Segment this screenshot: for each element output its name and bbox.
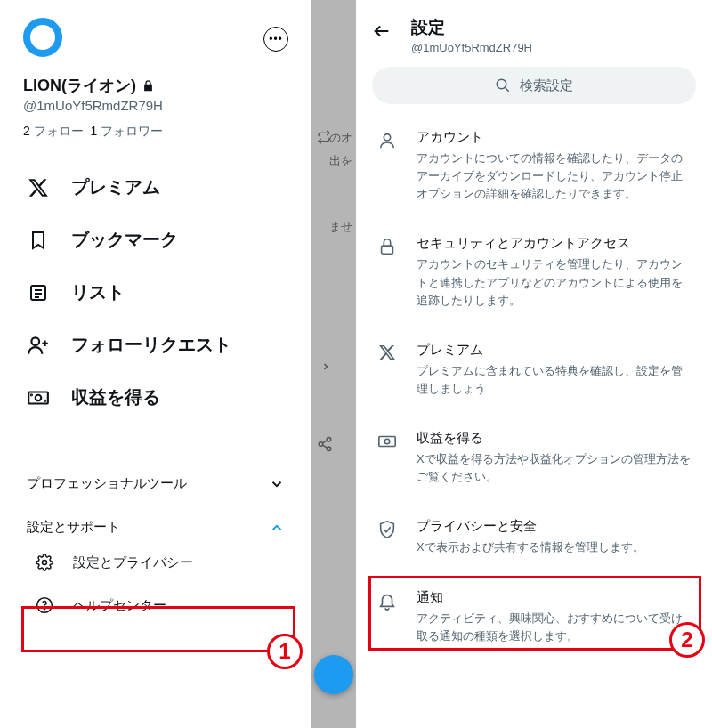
drawer-backdrop[interactable]: のオ 出を ませ	[312, 0, 356, 728]
chevron-right-icon	[320, 361, 331, 372]
bell-icon	[377, 589, 397, 645]
list-icon	[27, 281, 50, 304]
page-title: 設定	[411, 16, 532, 39]
subitem-help-center[interactable]: ヘルプセンター	[23, 584, 288, 627]
svg-rect-23	[382, 247, 393, 255]
svg-point-25	[384, 439, 390, 444]
svg-line-17	[322, 441, 327, 443]
settings-item-notifications[interactable]: 通知 アクティビティ、興味関心、おすすめについて受け取る通知の種類を選択します。	[372, 573, 696, 661]
settings-item-monetization[interactable]: 収益を得る Xで収益を得る方法や収益化オプションの管理方法をご覧ください。	[372, 414, 696, 502]
svg-point-16	[327, 447, 331, 451]
menu-lists[interactable]: リスト	[23, 266, 288, 319]
menu-premium[interactable]: プレミアム	[23, 161, 288, 214]
nav-drawer: ••• LION(ライオン) @1mUoYf5RmdZR79H 2 フォロー 1…	[0, 0, 312, 728]
svg-point-11	[43, 561, 47, 565]
settings-item-privacy[interactable]: プライバシーと安全 Xで表示および共有する情報を管理します。	[372, 502, 696, 572]
avatar[interactable]	[23, 18, 66, 61]
person-icon	[377, 129, 397, 203]
dots-icon: •••	[269, 34, 283, 44]
settings-item-account[interactable]: アカウント アカウントについての情報を確認したり、データのアーカイブをダウンロー…	[372, 113, 696, 219]
svg-line-18	[322, 445, 327, 448]
settings-screen: 設定 @1mUoYf5RmdZR79H 検索設定 アカウント アカウントについて…	[356, 0, 712, 728]
follow-stats[interactable]: 2 フォロー 1 フォロワー	[23, 124, 288, 140]
person-plus-icon	[27, 334, 50, 357]
svg-point-9	[31, 394, 32, 395]
bookmark-icon	[27, 229, 50, 252]
section-professional-tools[interactable]: プロフェッショナルツール	[23, 459, 288, 503]
subitem-settings-privacy[interactable]: 設定とプライバシー	[23, 541, 288, 584]
lock-icon	[377, 235, 397, 309]
gear-icon	[36, 554, 53, 571]
svg-point-13	[44, 609, 44, 610]
avatar-image	[23, 18, 62, 57]
settings-item-premium[interactable]: プレミアム プレミアムに含まれている特典を確認し、設定を管理しましょう	[372, 326, 696, 414]
money-icon	[27, 386, 50, 409]
search-settings-input[interactable]: 検索設定	[372, 67, 696, 104]
lock-icon	[142, 79, 155, 93]
search-icon	[495, 77, 511, 93]
svg-point-20	[497, 79, 506, 89]
page-subtitle: @1mUoYf5RmdZR79H	[411, 41, 532, 54]
svg-point-8	[36, 394, 42, 400]
svg-point-15	[319, 442, 323, 447]
menu-monetization[interactable]: 収益を得る	[23, 371, 288, 424]
chevron-down-icon	[269, 476, 285, 492]
money-icon	[377, 430, 397, 486]
annotation-badge-2: 2	[669, 622, 705, 658]
more-accounts-button[interactable]: •••	[263, 27, 288, 52]
arrow-left-icon	[372, 21, 392, 41]
back-button[interactable]	[372, 16, 393, 41]
annotation-badge-1: 1	[267, 634, 303, 669]
svg-point-4	[31, 337, 39, 345]
svg-point-14	[327, 438, 331, 442]
x-icon	[27, 176, 50, 199]
compose-fab[interactable]	[314, 655, 353, 694]
display-name: LION(ライオン)	[23, 75, 288, 96]
section-settings-support[interactable]: 設定とサポート	[23, 503, 288, 541]
help-icon	[36, 596, 53, 614]
retweet-icon	[317, 130, 331, 144]
menu-bookmarks[interactable]: ブックマーク	[23, 214, 288, 266]
svg-point-10	[44, 400, 45, 400]
menu-follow-requests[interactable]: フォローリクエスト	[23, 319, 288, 371]
shield-check-icon	[377, 518, 397, 556]
chevron-up-icon	[269, 520, 285, 536]
svg-rect-24	[379, 437, 395, 447]
x-icon	[377, 342, 397, 398]
user-handle: @1mUoYf5RmdZR79H	[23, 98, 288, 113]
settings-item-security[interactable]: セキュリティとアカウントアクセス アカウントのセキュリティを管理したり、アカウン…	[372, 219, 696, 325]
share-icon	[317, 436, 333, 452]
svg-point-22	[384, 134, 390, 141]
svg-line-21	[505, 87, 509, 92]
